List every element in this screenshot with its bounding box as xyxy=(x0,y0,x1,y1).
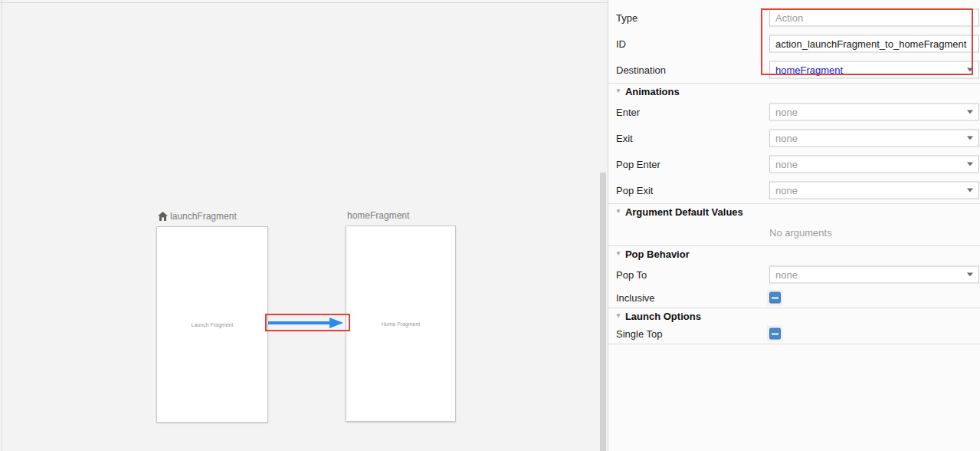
exit-row: Exit none xyxy=(608,125,980,151)
type-row: Type Action xyxy=(608,5,980,31)
chevron-down-icon xyxy=(967,163,973,166)
pop-to-combobox[interactable]: none xyxy=(769,266,979,284)
fragment-name: homeFragment xyxy=(347,210,409,221)
launch-options-section-header[interactable]: ▼ Launch Options xyxy=(608,308,980,324)
pop-behavior-section: ▼ Pop Behavior Pop To none Inclusive xyxy=(608,245,980,308)
enter-value: none xyxy=(775,107,798,118)
fragment-card-launchFragment[interactable]: launchFragment Launch Fragment xyxy=(156,226,268,423)
attributes-panel: Type Action ID action_launchFragment_to_… xyxy=(608,0,980,451)
no-arguments-text: No arguments xyxy=(769,227,832,239)
collapse-triangle-icon: ▼ xyxy=(615,251,621,257)
collapse-triangle-icon: ▼ xyxy=(615,88,621,94)
home-icon xyxy=(158,212,168,221)
enter-animation-combobox[interactable]: none xyxy=(769,104,979,121)
type-value: Action xyxy=(775,12,803,24)
section-title: Argument Default Values xyxy=(625,206,743,218)
id-row: ID action_launchFragment_to_homeFragment xyxy=(608,31,980,57)
id-label: ID xyxy=(616,38,626,50)
enter-label: Enter xyxy=(616,107,640,118)
single-top-checkbox[interactable] xyxy=(767,326,783,342)
fragment-name: launchFragment xyxy=(170,211,237,222)
fragment-label-homeFragment: homeFragment xyxy=(347,210,409,221)
pop-exit-value: none xyxy=(775,185,798,196)
inclusive-row: Inclusive xyxy=(608,288,980,308)
id-value: action_launchFragment_to_homeFragment xyxy=(775,38,966,50)
single-top-row: Single Top xyxy=(608,324,980,344)
destination-combobox[interactable]: homeFragment xyxy=(769,61,979,79)
chevron-down-icon xyxy=(967,110,973,114)
type-label: Type xyxy=(616,12,637,24)
animations-section: ▼ Animations Enter none Exit none Pop En… xyxy=(608,83,980,203)
arguments-section-header[interactable]: ▼ Argument Default Values xyxy=(608,204,980,219)
launch-options-section: ▼ Launch Options Single Top xyxy=(608,308,980,344)
pop-to-label: Pop To xyxy=(616,269,647,281)
destination-label: Destination xyxy=(616,64,666,76)
checkbox-indeterminate-icon xyxy=(769,328,781,340)
fragment-preview-text: Launch Fragment xyxy=(192,322,234,328)
chevron-down-icon xyxy=(967,68,973,72)
chevron-down-icon xyxy=(967,273,973,277)
type-field[interactable]: Action xyxy=(769,9,979,27)
pop-enter-row: Pop Enter none xyxy=(608,151,980,177)
nav-editor-canvas[interactable]: launchFragment Launch Fragment homeFragm… xyxy=(0,0,608,451)
destination-value: homeFragment xyxy=(775,64,843,76)
chevron-down-icon xyxy=(967,189,973,193)
pop-enter-animation-combobox[interactable]: none xyxy=(769,156,979,173)
arguments-section: ▼ Argument Default Values No arguments xyxy=(608,203,980,245)
collapse-triangle-icon: ▼ xyxy=(615,209,621,215)
canvas-top-border xyxy=(0,2,608,3)
fragment-preview-text: Home Fragment xyxy=(382,321,421,327)
checkbox-indeterminate-icon xyxy=(769,292,781,304)
id-field[interactable]: action_launchFragment_to_homeFragment xyxy=(769,35,979,53)
pop-to-value: none xyxy=(775,269,798,281)
inclusive-checkbox[interactable] xyxy=(767,290,783,306)
fragment-label-launchFragment: launchFragment xyxy=(158,211,237,222)
chevron-down-icon xyxy=(967,137,973,140)
no-arguments-row: No arguments xyxy=(608,219,980,245)
section-title: Animations xyxy=(625,86,680,97)
destination-row: Destination homeFragment xyxy=(608,57,980,83)
exit-label: Exit xyxy=(616,133,633,144)
section-title: Launch Options xyxy=(625,311,701,322)
pop-exit-row: Pop Exit none xyxy=(608,177,980,203)
pop-exit-animation-combobox[interactable]: none xyxy=(769,182,979,199)
pop-enter-value: none xyxy=(775,159,798,170)
exit-animation-combobox[interactable]: none xyxy=(769,130,979,147)
canvas-vertical-scrollbar[interactable] xyxy=(600,173,606,451)
pop-enter-label: Pop Enter xyxy=(616,159,660,170)
animations-section-header[interactable]: ▼ Animations xyxy=(608,84,980,99)
single-top-label: Single Top xyxy=(616,328,662,340)
collapse-triangle-icon: ▼ xyxy=(615,313,621,319)
enter-row: Enter none xyxy=(608,99,980,125)
action-arrow[interactable] xyxy=(267,316,344,330)
pop-behavior-section-header[interactable]: ▼ Pop Behavior xyxy=(608,246,980,262)
pop-exit-label: Pop Exit xyxy=(616,185,653,196)
fragment-card-homeFragment[interactable]: homeFragment Home Fragment xyxy=(346,226,456,422)
canvas-left-border xyxy=(2,0,2,451)
inclusive-label: Inclusive xyxy=(616,292,655,304)
pop-to-row: Pop To none xyxy=(608,262,980,288)
exit-value: none xyxy=(775,133,798,144)
section-title: Pop Behavior xyxy=(625,249,690,260)
